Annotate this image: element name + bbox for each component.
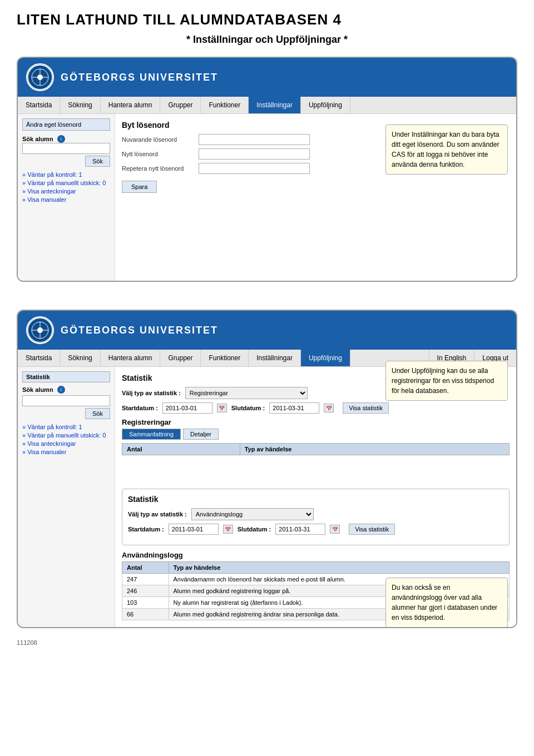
enddate-input-2[interactable] (275, 524, 325, 535)
stats-heading-2: Statistik (128, 495, 503, 504)
sidebar-link-3[interactable]: » Visa anteckningar (22, 188, 110, 195)
page-title: LITEN LATHUND TILL ALUMNDATABASEN 4 (17, 11, 517, 28)
search-input-2[interactable] (22, 395, 110, 406)
type-label-1: Välj typ av statistik : (122, 390, 181, 396)
enddate-label-2: Slutdatum : (238, 526, 271, 533)
cal-icon-end-2[interactable]: 📅 (330, 525, 340, 534)
callout-box-1: Under Inställningar kan du bara byta dit… (385, 125, 508, 175)
uni-header-1: GÖTEBORGS UNIVERSITET (18, 58, 516, 97)
callout-text-2a: Under Uppföljning kan du se alla registr… (392, 367, 494, 395)
main-area-2: Statistik Sök alumn i Sök » Väntar på ko… (18, 367, 516, 627)
cal-icon-end-1[interactable]: 📅 (324, 404, 334, 412)
nav-uppfoljning-1[interactable]: Uppföljning (301, 97, 350, 113)
date-row-1: Startdatum : 📅 Slutdatum : 📅 Visa statis… (122, 402, 510, 414)
sidebar-1: Ändra eget lösenord Sök alumn i Sök » Vä… (18, 114, 115, 281)
uni-name-2: GÖTEBORGS UNIVERSITET (61, 325, 218, 336)
type-select-1[interactable]: Registreringar (185, 387, 308, 399)
nav2-sokning[interactable]: Sökning (60, 350, 100, 366)
page-subtitle: * Inställningar och Uppföljningar * (17, 34, 517, 46)
cal-icon-start-2[interactable]: 📅 (223, 525, 233, 534)
sidebar2-link-3[interactable]: » Visa anteckningar (22, 440, 110, 447)
callout-box-2a: Under Uppföljning kan du se alla registr… (385, 361, 508, 401)
info-icon-1: i (57, 135, 65, 143)
anvandningslogg-heading: Användningslogg (122, 551, 510, 559)
nav-bar-1: Startsida Sökning Hantera alumn Grupper … (18, 97, 516, 114)
repetera-label: Repetera nytt lösenord (122, 165, 194, 172)
page-footer: 111208 (17, 639, 517, 646)
sek-alumn-label-1: Sök alumn (22, 136, 53, 142)
col-antal-1: Antal (122, 444, 240, 455)
nav-grupper-1[interactable]: Grupper (160, 97, 201, 113)
col-antal-2: Antal (122, 562, 169, 574)
cell-antal: 103 (122, 597, 169, 609)
nytt-label: Nytt lösenord (122, 151, 194, 157)
sidebar2-link-4[interactable]: » Visa manualer (22, 449, 110, 455)
callout-text-2b: Du kan också se en användningslogg över … (392, 584, 497, 621)
sek-alumn-label-2: Sök alumn (22, 386, 53, 393)
nav2-funktioner[interactable]: Funktioner (201, 350, 249, 366)
type-select-2[interactable]: Användningslogg (191, 508, 314, 520)
callout-text-1: Under Inställningar kan du bara byta dit… (392, 131, 499, 168)
screenshot-box-2: GÖTEBORGS UNIVERSITET Startsida Sökning … (17, 310, 517, 628)
nav2-hantera[interactable]: Hantera alumn (101, 350, 161, 366)
type-row-2: Välj typ av statistik : Användningslogg (128, 508, 503, 520)
repetera-input[interactable] (199, 163, 310, 174)
type-label-2: Välj typ av statistik : (128, 511, 187, 518)
nytt-input[interactable] (199, 148, 310, 160)
startdate-label-2: Startdatum : (128, 526, 164, 533)
search-button-1[interactable]: Sök (85, 156, 110, 167)
show-stats-btn-1[interactable]: Visa statistik (343, 402, 389, 414)
nuvarande-label: Nuvarande lösenord (122, 136, 194, 143)
nav2-startsida[interactable]: Startsida (18, 350, 60, 366)
nav2-uppfoljning[interactable]: Uppföljning (301, 350, 350, 366)
sidebar2-link-1[interactable]: » Väntar på kontroll: 1 (22, 424, 110, 430)
cal-icon-start-1[interactable]: 📅 (217, 404, 227, 412)
uni-name-1: GÖTEBORGS UNIVERSITET (61, 72, 218, 83)
nav-installningar-1[interactable]: Inställningar (249, 97, 301, 113)
nav-sokning-1[interactable]: Sökning (60, 97, 100, 113)
enddate-label-1: Slutdatum : (231, 405, 265, 411)
uni-logo-2 (26, 316, 54, 344)
tabs-row-1: Sammanfattning Detaljer (122, 429, 510, 440)
enddate-input-1[interactable] (269, 402, 319, 414)
uni-logo-1 (26, 63, 54, 91)
col-typ-2: Typ av händelse (169, 562, 510, 574)
search-button-2[interactable]: Sök (85, 408, 110, 419)
save-button[interactable]: Spara (122, 181, 157, 193)
nav2-installningar[interactable]: Inställningar (249, 350, 301, 366)
cell-antal: 246 (122, 585, 169, 597)
uni-header-2: GÖTEBORGS UNIVERSITET (18, 311, 516, 350)
info-icon-2: i (57, 386, 65, 394)
startdate-input-1[interactable] (162, 402, 212, 414)
change-password-btn[interactable]: Ändra eget lösenord (22, 118, 110, 131)
cell-antal: 66 (122, 609, 169, 620)
startdate-input-2[interactable] (169, 524, 219, 535)
statistik-tab[interactable]: Statistik (22, 371, 110, 382)
date-row-2: Startdatum : 📅 Slutdatum : 📅 Visa statis… (128, 524, 503, 535)
stats-table-1: Antal Typ av händelse (122, 443, 510, 455)
sidebar-link-2[interactable]: » Väntar på manuellt utskick: 0 (22, 180, 110, 186)
registreringar-heading: Registreringar (122, 418, 510, 426)
show-stats-btn-2[interactable]: Visa statistik (349, 524, 395, 535)
callout-box-2b: Du kan också se en användningslogg över … (385, 578, 508, 628)
nav-startsida-1[interactable]: Startsida (18, 97, 60, 113)
sidebar2-link-2[interactable]: » Väntar på manuellt utskick: 0 (22, 432, 110, 439)
nav2-grupper[interactable]: Grupper (160, 350, 201, 366)
sidebar-link-1[interactable]: » Väntar på kontroll: 1 (22, 171, 110, 178)
sidebar-links-1: » Väntar på kontroll: 1 » Väntar på manu… (22, 171, 110, 203)
cell-antal: 247 (122, 574, 169, 585)
startdate-label-1: Startdatum : (122, 405, 158, 411)
stats-section-2: Statistik Välj typ av statistik : Använd… (122, 489, 510, 545)
nav-funktioner-1[interactable]: Funktioner (201, 97, 249, 113)
screenshot-box-1: GÖTEBORGS UNIVERSITET Startsida Sökning … (17, 57, 517, 282)
col-typ-1: Typ av händelse (240, 444, 509, 455)
sidebar-links-2: » Väntar på kontroll: 1 » Väntar på manu… (22, 424, 110, 455)
sidebar-2: Statistik Sök alumn i Sök » Väntar på ko… (18, 367, 115, 627)
search-input-1[interactable] (22, 143, 110, 154)
nuvarande-input[interactable] (199, 134, 310, 145)
content-pane-2: Statistik Välj typ av statistik : Regist… (115, 367, 516, 627)
tab-detaljer[interactable]: Detaljer (183, 429, 219, 440)
tab-sammanfattning[interactable]: Sammanfattning (122, 429, 181, 440)
sidebar-link-4[interactable]: » Visa manualer (22, 196, 110, 203)
nav-hantera-alumn-1[interactable]: Hantera alumn (101, 97, 161, 113)
